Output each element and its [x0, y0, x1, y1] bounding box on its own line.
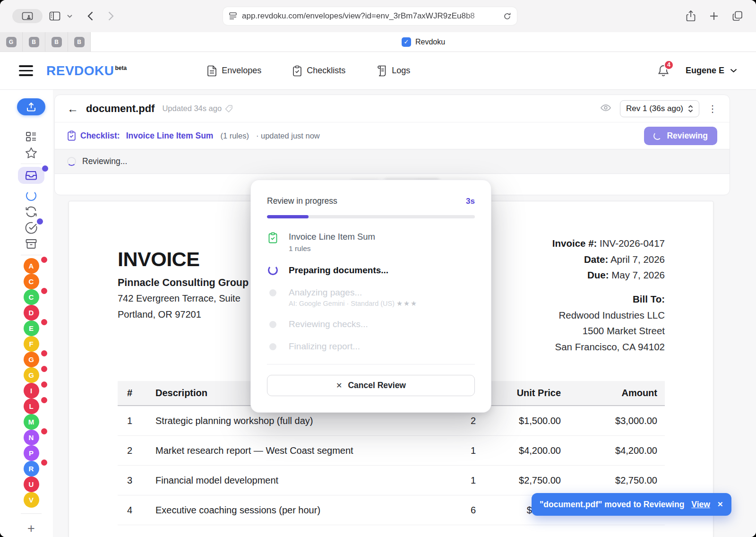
envelope-avatar[interactable]: N: [24, 430, 39, 445]
active-tab-title: Revdoku: [415, 38, 445, 46]
envelope-avatar[interactable]: C: [24, 289, 39, 305]
invoice-bill-to: Bill To: Redwood Industries LLC 1500 Mar…: [555, 291, 665, 355]
back-button[interactable]: [87, 11, 93, 21]
checklist-rules-count: (1 rules): [220, 131, 249, 140]
share-icon: [686, 10, 696, 22]
nav-envelopes[interactable]: Envelopes: [207, 65, 261, 77]
forward-button[interactable]: [108, 11, 114, 21]
invoice-company: Pinnacle Consulting Group: [118, 277, 249, 289]
spinner-icon: [26, 191, 36, 201]
content-area: ← document.pdf Updated 34s ago: [53, 90, 756, 537]
avatar: G: [24, 352, 39, 367]
upload-icon: [26, 102, 36, 112]
tab-overview-button[interactable]: [12, 9, 43, 23]
browser-tab[interactable]: B: [23, 32, 45, 52]
more-options-button[interactable]: ⋮: [708, 103, 717, 114]
toast-close-icon[interactable]: ✕: [717, 500, 723, 509]
envelope-avatar[interactable]: M: [24, 414, 39, 430]
add-button[interactable]: +: [27, 521, 35, 536]
progress-fill: [267, 215, 309, 218]
envelope-avatar[interactable]: E: [24, 320, 39, 336]
quality-stars-icon: ★★★: [396, 300, 418, 307]
tabs-overview-button[interactable]: [732, 11, 743, 21]
envelope-avatar[interactable]: D: [24, 305, 39, 320]
envelope-avatar[interactable]: F: [24, 336, 39, 352]
envelope-avatar[interactable]: G: [24, 367, 39, 383]
nav-logs[interactable]: Logs: [377, 65, 410, 77]
archive-icon: [25, 238, 37, 250]
nav-checklists[interactable]: Checklists: [292, 65, 345, 77]
cancel-review-button[interactable]: ✕ Cancel Review: [267, 375, 475, 396]
sidebar-toggle-button[interactable]: [49, 11, 60, 21]
sidebar-item-starred[interactable]: [23, 145, 39, 161]
checklist-name-link[interactable]: Invoice Line Item Sum: [126, 131, 214, 141]
envelope-avatar[interactable]: C: [24, 274, 39, 289]
plus-icon: [710, 12, 718, 20]
elapsed-time: 3s: [466, 197, 475, 206]
sidebar-item-completed[interactable]: [23, 220, 39, 236]
url-text: app.revdoku.com/envelopes/view?id=env_3r…: [242, 11, 498, 21]
chevron-down-icon: [730, 69, 737, 73]
sidebar-item-sync[interactable]: [23, 204, 39, 220]
preview-eye-icon[interactable]: [600, 104, 611, 113]
envelope-avatar[interactable]: A: [24, 258, 39, 274]
document-updated: Updated 34s ago: [162, 104, 233, 113]
left-sidebar: ACCDEFGGILMNPRUV +: [0, 90, 53, 537]
envelope-avatar[interactable]: P: [24, 445, 39, 461]
screen-user-icon: [22, 12, 33, 20]
invoice-meta: Invoice #: INV-2026-0417 Date: April 7, …: [552, 235, 665, 283]
app-logo: REVDOKUbeta: [46, 63, 127, 78]
refresh-icon: [25, 206, 37, 217]
alert-dot: [41, 366, 47, 372]
envelope-avatar[interactable]: L: [24, 398, 39, 414]
notifications-button[interactable]: 4: [657, 64, 670, 78]
revision-select[interactable]: Rev 1 (36s ago): [620, 100, 699, 117]
envelope-avatar[interactable]: U: [24, 476, 39, 492]
avatar: R: [24, 461, 39, 476]
envelope-avatar[interactable]: I: [24, 383, 39, 398]
modal-checklist-item: Invoice Line Item Sum 1 rules: [267, 232, 475, 253]
envelope-avatar[interactable]: G: [24, 352, 39, 367]
alert-dot: [41, 350, 47, 356]
invoice-address-line2: Portland, OR 97201: [118, 309, 201, 320]
upload-button[interactable]: [17, 98, 45, 115]
sidebar-item-inbox-active[interactable]: [18, 167, 44, 184]
back-arrow-icon[interactable]: ←: [67, 102, 78, 115]
clipboard-check-icon: [292, 65, 302, 77]
user-menu[interactable]: Eugene E: [686, 66, 737, 76]
menu-button[interactable]: [19, 65, 33, 76]
progress-bar: [267, 215, 475, 218]
avatar: L: [24, 398, 39, 414]
browser-tab[interactable]: G: [0, 32, 23, 52]
envelope-avatar[interactable]: V: [24, 492, 39, 508]
tab-favicon: B: [74, 37, 85, 47]
browser-tab[interactable]: B: [45, 32, 68, 52]
address-bar[interactable]: app.revdoku.com/envelopes/view?id=env_3r…: [223, 7, 517, 25]
share-button[interactable]: [686, 10, 696, 22]
new-tab-button[interactable]: [710, 12, 718, 20]
envelope-avatar[interactable]: R: [24, 461, 39, 476]
chevron-down-icon[interactable]: [67, 15, 72, 18]
active-browser-tab[interactable]: ✓ Revdoku: [91, 32, 756, 52]
toast-view-link[interactable]: View: [691, 500, 710, 510]
checklist-clipboard-icon: [67, 130, 76, 141]
checklist-label: Checklist:: [80, 131, 120, 141]
user-name: Eugene E: [686, 66, 724, 76]
pending-dot-icon: [269, 321, 276, 328]
reviewing-status-badge[interactable]: Reviewing: [644, 127, 717, 145]
tab-favicon: B: [52, 37, 62, 47]
avatar: D: [24, 305, 39, 320]
avatar: U: [24, 476, 39, 492]
pending-dot-icon: [269, 289, 276, 296]
browser-tab[interactable]: B: [68, 32, 91, 52]
tab-strip: G B B B ✓ Revdoku: [0, 32, 756, 52]
review-progress-modal: Review in progress 3s Invoice Line Item …: [250, 180, 491, 413]
reload-icon[interactable]: [503, 12, 511, 20]
tab-favicon: B: [29, 37, 39, 47]
revdoku-favicon-check-icon: ✓: [402, 37, 411, 47]
sidebar-item-dashboard[interactable]: [23, 129, 39, 145]
table-row: 2 Market research report — West Coast se…: [118, 436, 665, 466]
reviewing-progress-row: Reviewing...: [55, 149, 730, 174]
sidebar-item-archive[interactable]: [23, 236, 39, 252]
sidebar-item-in-progress[interactable]: [23, 188, 39, 204]
